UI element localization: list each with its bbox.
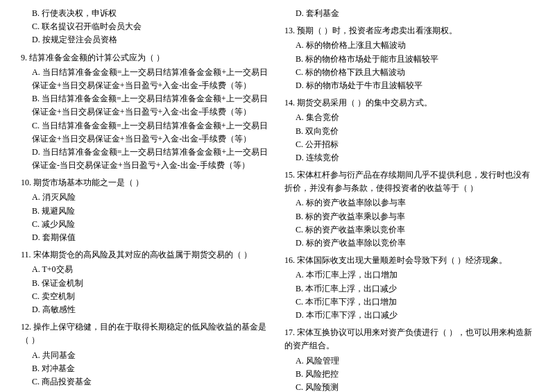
option-item: A. 集合竞价 (284, 111, 534, 124)
question-17: 17. 宋体互换协议可以用来对资产负债进行（ ），也可以用来构造新的资产组合。 … (284, 326, 534, 392)
question-number: 14. (284, 98, 295, 108)
question-10: 10. 期货市场基本功能之一是（ ） A. 消灭风险 B. 规避风险 C. 减少… (21, 176, 271, 244)
option-item: B. 风险把控 (284, 368, 534, 381)
option-item: D. 按规定登注会员资格 (21, 33, 271, 46)
question-title: 13. 预期（ ）时，投资者应考虑卖出看涨期权。 (284, 24, 534, 37)
option-item: D. 套利基金 (284, 7, 534, 20)
question-title: 15. 宋体杠杆参与衍产品在存续期间几乎不提供利息，发行时也没有折价，并没有参与… (284, 169, 534, 195)
question-text: 宋体互换协议可以用来对资产负债进行（ ），也可以用来构造新的资产组合。 (284, 327, 532, 350)
option-item: C. 标的资产收益率乘以竞价率 (284, 223, 534, 237)
question-number: 11. (21, 250, 31, 259)
option-item: B. 行使表决权，申诉权 (21, 7, 271, 20)
question-title: 14. 期货交易采用（ ）的集中交易方式。 (284, 96, 534, 110)
continuation-options-right: D. 套利基金 (284, 7, 534, 20)
option-item: B. 对冲基金 (21, 362, 271, 375)
question-number: 17. (284, 327, 295, 337)
option-item: D. 本币汇率下浮，出口减少 (284, 309, 534, 322)
question-text: 预期（ ）时，投资者应考虑卖出看涨期权。 (297, 26, 457, 35)
option-item: B. 当日结算准备金金额=上一交易日结算准备金金额+上一交易日保证金+当日交易保… (21, 92, 271, 119)
question-text: 结算准备金金额的计算公式应为（ ） (29, 53, 164, 62)
continuation-options: B. 行使表决权，申诉权 C. 联名提议召开临时会员大会 D. 按规定登注会员资… (21, 7, 271, 47)
option-item: B. 标的物价格市场处于能市且波幅较平 (284, 53, 534, 66)
question-number: 10. (21, 178, 31, 187)
question-13: 13. 预期（ ）时，投资者应考虑卖出看涨期权。 A. 标的物价格上涨且大幅波动… (284, 24, 534, 92)
option-item: C. 公开招标 (284, 138, 534, 151)
option-item: C. 当日结算准备金金额=上一交易日结算准备金金额+上一交易日保证金+当日交易保… (21, 119, 271, 146)
option-item: C. 商品投资基金 (21, 375, 271, 389)
question-number: 9. (21, 53, 27, 62)
option-item: C. 标的物价格下跌且大幅波动 (284, 66, 534, 79)
question-number: 13. (284, 26, 295, 35)
option-item: A. T+0交易 (21, 263, 271, 276)
option-item: B. 规避风险 (21, 205, 271, 218)
question-15: 15. 宋体杠杆参与衍产品在存续期间几乎不提供利息，发行时也没有折价，并没有参与… (284, 169, 534, 250)
question-text: 操作上保守稳健，目的在于取得长期稳定的低风险收益的基金是（ ） (21, 322, 266, 345)
option-item: D. 连续竞价 (284, 151, 534, 164)
question-number: 16. (284, 255, 295, 265)
question-16: 16. 宋体国际收支出现大量顺差时会导致下列（ ）经济现象。 A. 本币汇率上浮… (284, 254, 534, 322)
question-number: 15. (284, 170, 295, 180)
option-item: B. 保证金机制 (21, 277, 271, 290)
left-column: B. 行使表决权，申诉权 C. 联名提议召开临时会员大会 D. 按规定登注会员资… (21, 7, 271, 392)
option-item: A. 标的资产收益率除以参与率 (284, 196, 534, 210)
question-text: 宋体期货仓的高风险及其对应的高收益属于期货交易的（ ） (33, 250, 252, 259)
option-item: C. 联名提议召开临时会员大会 (21, 20, 271, 33)
question-number: 12. (21, 322, 31, 332)
question-11: 11. 宋体期货仓的高风险及其对应的高收益属于期货交易的（ ） A. T+0交易… (21, 248, 271, 316)
option-item: C. 风险预测 (284, 381, 534, 392)
option-item: B. 标的资产收益率乘以参与率 (284, 210, 534, 223)
option-item: A. 当日结算准备金金额=上一交易日结算准备金金额+上一交易日保证金+当日交易保… (21, 66, 271, 92)
option-item: D. 高敏感性 (21, 303, 271, 316)
option-item: B. 本币汇率上浮，出口减少 (284, 282, 534, 296)
option-item: C. 本币汇率下浮，出口增加 (284, 296, 534, 309)
option-item: D. 标的资产收益率除以竞价率 (284, 237, 534, 250)
question-12: 12. 操作上保守稳健，目的在于取得长期稳定的低风险收益的基金是（ ） A. 共… (21, 321, 271, 389)
option-item: A. 消灭风险 (21, 191, 271, 204)
question-text: 期货市场基本功能之一是（ ） (33, 178, 144, 187)
question-9: 9. 结算准备金金额的计算公式应为（ ） A. 当日结算准备金金额=上一交易日结… (21, 51, 271, 173)
question-text: 宋体杠杆参与衍产品在存续期间几乎不提供利息，发行时也没有折价，并没有参与条款，使… (284, 170, 530, 193)
question-14: 14. 期货交易采用（ ）的集中交易方式。 A. 集合竞价 B. 双向竞价 C.… (284, 96, 534, 164)
question-title: 10. 期货市场基本功能之一是（ ） (21, 176, 271, 189)
question-title: 11. 宋体期货仓的高风险及其对应的高收益属于期货交易的（ ） (21, 248, 271, 262)
option-item: D. 标的物市场处于牛市且波幅较平 (284, 79, 534, 92)
question-text: 宋体国际收支出现大量顺差时会导致下列（ ）经济现象。 (297, 255, 507, 265)
option-item: A. 标的物价格上涨且大幅波动 (284, 39, 534, 52)
option-item: D. 当日结算准备金金额=上一交易日结算准备金金额+上一交易日保证金-当日交易保… (21, 146, 271, 172)
question-title: 16. 宋体国际收支出现大量顺差时会导致下列（ ）经济现象。 (284, 254, 534, 267)
option-item: A. 本币汇率上浮，出口增加 (284, 269, 534, 282)
question-text: 期货交易采用（ ）的集中交易方式。 (297, 98, 432, 108)
option-item: B. 双向竞价 (284, 125, 534, 138)
option-item: A. 风险管理 (284, 355, 534, 368)
question-title: 17. 宋体互换协议可以用来对资产负债进行（ ），也可以用来构造新的资产组合。 (284, 326, 534, 352)
option-item: C. 减少风险 (21, 218, 271, 231)
question-title: 12. 操作上保守稳健，目的在于取得长期稳定的低风险收益的基金是（ ） (21, 321, 271, 347)
option-item: D. 套期保值 (21, 231, 271, 244)
option-item: A. 共同基金 (21, 349, 271, 362)
question-title: 9. 结算准备金金额的计算公式应为（ ） (21, 51, 271, 65)
right-column: D. 套利基金 13. 预期（ ）时，投资者应考虑卖出看涨期权。 A. 标的物价… (284, 7, 534, 392)
option-item: C. 卖空机制 (21, 290, 271, 303)
page-content: B. 行使表决权，申诉权 C. 联名提议召开临时会员大会 D. 按规定登注会员资… (21, 7, 534, 392)
